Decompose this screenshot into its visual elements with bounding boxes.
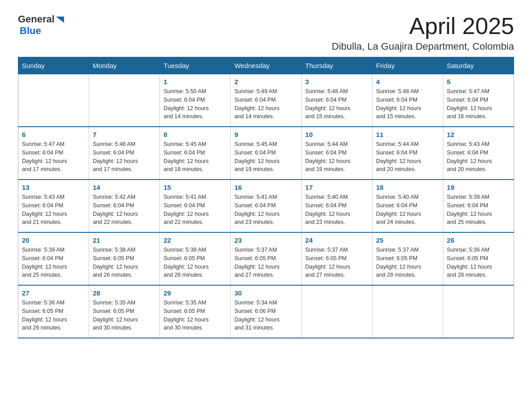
day-info: Sunrise: 5:45 AM Sunset: 6:04 PM Dayligh… — [163, 140, 227, 174]
day-info: Sunrise: 5:46 AM Sunset: 6:04 PM Dayligh… — [93, 140, 156, 174]
calendar-day-cell: 11Sunrise: 5:44 AM Sunset: 6:04 PM Dayli… — [372, 127, 443, 180]
page-header: General Blue April 2025 Dibulla, La Guaj… — [18, 13, 514, 52]
calendar-day-cell: 23Sunrise: 5:37 AM Sunset: 6:05 PM Dayli… — [231, 232, 301, 285]
calendar-day-cell — [372, 285, 443, 338]
calendar-day-cell: 13Sunrise: 5:43 AM Sunset: 6:04 PM Dayli… — [18, 180, 89, 232]
calendar-day-cell: 25Sunrise: 5:37 AM Sunset: 6:05 PM Dayli… — [372, 232, 443, 285]
calendar-week-row: 13Sunrise: 5:43 AM Sunset: 6:04 PM Dayli… — [18, 180, 514, 232]
day-number: 13 — [22, 184, 85, 191]
day-number: 21 — [93, 236, 156, 244]
calendar-day-cell: 14Sunrise: 5:42 AM Sunset: 6:04 PM Dayli… — [89, 180, 160, 232]
day-number: 1 — [163, 78, 227, 86]
calendar-header-day: Saturday — [443, 57, 514, 74]
day-number: 24 — [305, 236, 369, 244]
calendar-week-row: 20Sunrise: 5:39 AM Sunset: 6:04 PM Dayli… — [18, 232, 514, 285]
calendar-day-cell: 6Sunrise: 5:47 AM Sunset: 6:04 PM Daylig… — [18, 127, 89, 180]
day-number: 12 — [447, 131, 510, 138]
calendar-day-cell: 7Sunrise: 5:46 AM Sunset: 6:04 PM Daylig… — [89, 127, 160, 180]
calendar-header-day: Friday — [372, 57, 443, 74]
logo-triangle-icon — [55, 15, 65, 25]
day-info: Sunrise: 5:45 AM Sunset: 6:04 PM Dayligh… — [234, 140, 297, 174]
calendar-day-cell: 17Sunrise: 5:40 AM Sunset: 6:04 PM Dayli… — [301, 180, 372, 232]
calendar-day-cell: 30Sunrise: 5:34 AM Sunset: 6:06 PM Dayli… — [231, 285, 301, 338]
calendar-header-day: Wednesday — [231, 57, 301, 74]
day-number: 15 — [163, 184, 227, 191]
day-info: Sunrise: 5:34 AM Sunset: 6:06 PM Dayligh… — [234, 299, 297, 332]
day-number: 16 — [234, 184, 297, 191]
day-info: Sunrise: 5:47 AM Sunset: 6:04 PM Dayligh… — [447, 87, 510, 121]
logo-general-text: General — [18, 13, 55, 25]
calendar-day-cell — [301, 285, 372, 338]
day-number: 28 — [93, 289, 156, 297]
calendar-day-cell — [443, 285, 514, 338]
day-info: Sunrise: 5:40 AM Sunset: 6:04 PM Dayligh… — [305, 193, 369, 227]
calendar-day-cell: 16Sunrise: 5:41 AM Sunset: 6:04 PM Dayli… — [231, 180, 301, 232]
day-info: Sunrise: 5:40 AM Sunset: 6:04 PM Dayligh… — [376, 193, 439, 227]
day-number: 9 — [234, 131, 297, 138]
day-info: Sunrise: 5:38 AM Sunset: 6:05 PM Dayligh… — [163, 246, 227, 279]
calendar-day-cell: 5Sunrise: 5:47 AM Sunset: 6:04 PM Daylig… — [443, 74, 514, 127]
calendar-day-cell: 28Sunrise: 5:35 AM Sunset: 6:05 PM Dayli… — [89, 285, 160, 338]
day-info: Sunrise: 5:41 AM Sunset: 6:04 PM Dayligh… — [234, 193, 297, 227]
day-info: Sunrise: 5:37 AM Sunset: 6:05 PM Dayligh… — [305, 246, 369, 279]
day-number: 25 — [376, 236, 439, 244]
calendar-day-cell: 10Sunrise: 5:44 AM Sunset: 6:04 PM Dayli… — [301, 127, 372, 180]
calendar-day-cell: 8Sunrise: 5:45 AM Sunset: 6:04 PM Daylig… — [160, 127, 231, 180]
calendar-week-row: 1Sunrise: 5:50 AM Sunset: 6:04 PM Daylig… — [18, 74, 514, 127]
month-title: April 2025 — [332, 13, 514, 39]
day-info: Sunrise: 5:43 AM Sunset: 6:04 PM Dayligh… — [447, 140, 510, 174]
day-number: 22 — [163, 236, 227, 244]
calendar-day-cell: 12Sunrise: 5:43 AM Sunset: 6:04 PM Dayli… — [443, 127, 514, 180]
day-info: Sunrise: 5:49 AM Sunset: 6:04 PM Dayligh… — [234, 87, 297, 121]
day-number: 8 — [163, 131, 227, 138]
svg-marker-0 — [56, 17, 64, 23]
day-info: Sunrise: 5:37 AM Sunset: 6:05 PM Dayligh… — [376, 246, 439, 279]
day-number: 26 — [447, 236, 510, 244]
calendar-header-day: Thursday — [301, 57, 372, 74]
day-info: Sunrise: 5:35 AM Sunset: 6:05 PM Dayligh… — [93, 299, 156, 332]
day-number: 3 — [305, 78, 369, 86]
calendar-day-cell: 18Sunrise: 5:40 AM Sunset: 6:04 PM Dayli… — [372, 180, 443, 232]
day-number: 14 — [93, 184, 156, 191]
calendar-week-row: 27Sunrise: 5:36 AM Sunset: 6:05 PM Dayli… — [18, 285, 514, 338]
calendar-day-cell: 3Sunrise: 5:48 AM Sunset: 6:04 PM Daylig… — [301, 74, 372, 127]
day-info: Sunrise: 5:48 AM Sunset: 6:04 PM Dayligh… — [376, 87, 439, 121]
day-info: Sunrise: 5:36 AM Sunset: 6:05 PM Dayligh… — [22, 299, 85, 332]
day-number: 6 — [22, 131, 85, 138]
day-number: 17 — [305, 184, 369, 191]
day-number: 27 — [22, 289, 85, 297]
day-info: Sunrise: 5:42 AM Sunset: 6:04 PM Dayligh… — [93, 193, 156, 227]
calendar-header-day: Tuesday — [160, 57, 231, 74]
calendar-day-cell: 19Sunrise: 5:39 AM Sunset: 6:04 PM Dayli… — [443, 180, 514, 232]
day-info: Sunrise: 5:50 AM Sunset: 6:04 PM Dayligh… — [163, 87, 227, 121]
calendar-header-day: Monday — [89, 57, 160, 74]
calendar-day-cell: 21Sunrise: 5:38 AM Sunset: 6:05 PM Dayli… — [89, 232, 160, 285]
day-number: 23 — [234, 236, 297, 244]
day-info: Sunrise: 5:48 AM Sunset: 6:04 PM Dayligh… — [305, 87, 369, 121]
calendar-header: SundayMondayTuesdayWednesdayThursdayFrid… — [18, 57, 514, 74]
day-info: Sunrise: 5:37 AM Sunset: 6:05 PM Dayligh… — [234, 246, 297, 279]
calendar-table: SundayMondayTuesdayWednesdayThursdayFrid… — [18, 57, 514, 338]
title-block: April 2025 Dibulla, La Guajira Departmen… — [332, 13, 514, 52]
day-info: Sunrise: 5:44 AM Sunset: 6:04 PM Dayligh… — [305, 140, 369, 174]
day-info: Sunrise: 5:44 AM Sunset: 6:04 PM Dayligh… — [376, 140, 439, 174]
day-number: 20 — [22, 236, 85, 244]
calendar-day-cell: 26Sunrise: 5:36 AM Sunset: 6:05 PM Dayli… — [443, 232, 514, 285]
calendar-day-cell: 29Sunrise: 5:35 AM Sunset: 6:05 PM Dayli… — [160, 285, 231, 338]
calendar-day-cell: 20Sunrise: 5:39 AM Sunset: 6:04 PM Dayli… — [18, 232, 89, 285]
calendar-day-cell: 9Sunrise: 5:45 AM Sunset: 6:04 PM Daylig… — [231, 127, 301, 180]
logo-blue-text: Blue — [20, 25, 41, 36]
calendar-day-cell: 15Sunrise: 5:41 AM Sunset: 6:04 PM Dayli… — [160, 180, 231, 232]
day-number: 18 — [376, 184, 439, 191]
day-info: Sunrise: 5:36 AM Sunset: 6:05 PM Dayligh… — [447, 246, 510, 279]
calendar-day-cell: 27Sunrise: 5:36 AM Sunset: 6:05 PM Dayli… — [18, 285, 89, 338]
calendar-day-cell: 22Sunrise: 5:38 AM Sunset: 6:05 PM Dayli… — [160, 232, 231, 285]
location-title: Dibulla, La Guajira Department, Colombia — [332, 41, 514, 52]
day-info: Sunrise: 5:38 AM Sunset: 6:05 PM Dayligh… — [93, 246, 156, 279]
calendar-day-cell: 24Sunrise: 5:37 AM Sunset: 6:05 PM Dayli… — [301, 232, 372, 285]
calendar-day-cell: 4Sunrise: 5:48 AM Sunset: 6:04 PM Daylig… — [372, 74, 443, 127]
day-number: 5 — [447, 78, 510, 86]
day-info: Sunrise: 5:39 AM Sunset: 6:04 PM Dayligh… — [447, 193, 510, 227]
day-number: 30 — [234, 289, 297, 297]
day-info: Sunrise: 5:41 AM Sunset: 6:04 PM Dayligh… — [163, 193, 227, 227]
